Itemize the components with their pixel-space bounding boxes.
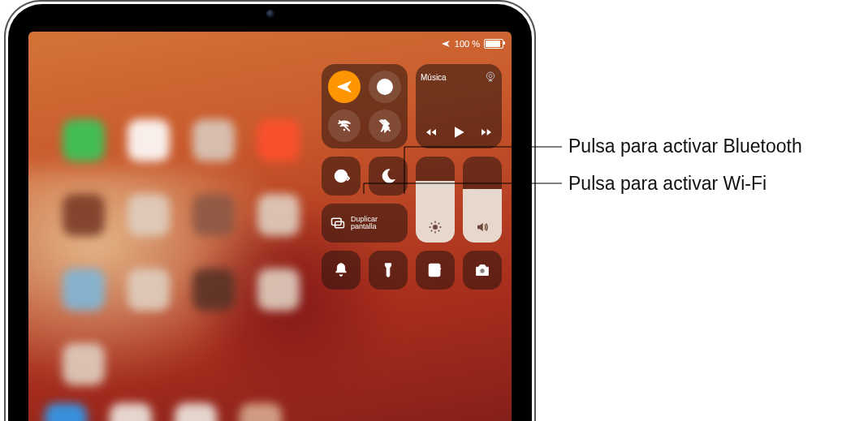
next-track-button[interactable]	[480, 126, 493, 139]
airdrop-button[interactable]	[369, 71, 401, 103]
flashlight-button[interactable]	[369, 251, 408, 290]
svg-point-7	[486, 72, 494, 79]
blurred-dock-icon	[45, 403, 87, 421]
blurred-dock-icon	[240, 403, 282, 421]
previous-track-button[interactable]	[425, 126, 438, 139]
svg-point-10	[433, 225, 438, 230]
svg-rect-9	[339, 174, 343, 178]
status-bar: 100 %	[441, 37, 503, 51]
sun-icon	[428, 220, 443, 234]
svg-point-22	[480, 268, 485, 273]
control-center: Música	[322, 64, 499, 290]
svg-point-6	[489, 75, 492, 78]
blurred-dock-icon	[175, 403, 217, 421]
notes-button[interactable]	[416, 251, 455, 290]
airplane-mode-button[interactable]	[328, 71, 361, 103]
blurred-app-icon	[192, 268, 235, 311]
camera-button[interactable]	[463, 251, 502, 290]
ipad-inner-bezel: 100 %	[8, 4, 532, 421]
ipad-frame: 100 %	[4, 0, 536, 421]
speaker-icon	[475, 220, 490, 234]
screen-mirroring-button[interactable]: Duplicar pantalla	[322, 204, 408, 243]
compose-icon	[426, 261, 444, 279]
music-source-label: Música	[421, 73, 447, 82]
bell-icon	[332, 261, 350, 279]
airplane-icon	[441, 39, 451, 49]
blurred-app-icon	[257, 119, 300, 161]
blurred-dock-icon	[110, 403, 152, 421]
blurred-app-icon	[127, 268, 170, 311]
callout-wifi: Pulsa para activar Wi-Fi	[568, 173, 767, 195]
blurred-app-icon	[63, 343, 105, 385]
wifi-button[interactable]	[328, 110, 361, 142]
screen-mirroring-icon	[330, 215, 346, 231]
svg-line-16	[438, 230, 440, 232]
blurred-app-icon	[63, 268, 105, 311]
moon-icon	[379, 167, 397, 185]
volume-slider[interactable]	[463, 157, 502, 243]
bluetooth-button[interactable]	[369, 110, 401, 142]
flashlight-icon	[379, 261, 397, 279]
bluetooth-off-icon	[377, 118, 393, 134]
svg-line-17	[438, 223, 440, 225]
battery-percent: 100 %	[455, 39, 480, 49]
front-camera	[266, 10, 274, 18]
play-button[interactable]	[451, 124, 467, 140]
blurred-app-icon	[192, 119, 235, 161]
blurred-app-icon	[63, 194, 105, 236]
do-not-disturb-button[interactable]	[369, 157, 408, 195]
rotation-lock-icon	[332, 167, 350, 185]
blurred-app-icon	[257, 194, 300, 236]
screen-mirroring-label: Duplicar pantalla	[351, 216, 399, 231]
svg-line-15	[431, 223, 433, 225]
callout-bluetooth: Pulsa para activar Bluetooth	[568, 135, 802, 157]
airdrop-icon	[377, 79, 393, 95]
connectivity-tile[interactable]	[322, 64, 408, 148]
svg-point-2	[378, 79, 392, 94]
brightness-slider[interactable]	[416, 157, 455, 243]
blurred-app-icon	[127, 194, 170, 236]
battery-icon	[484, 39, 503, 49]
camera-icon	[473, 261, 491, 279]
blurred-app-icon	[63, 119, 105, 161]
svg-point-3	[343, 129, 346, 131]
svg-line-18	[431, 230, 433, 232]
silent-mode-button[interactable]	[322, 251, 361, 290]
airplay-audio-icon[interactable]	[484, 71, 497, 84]
blurred-app-icon	[127, 119, 170, 161]
blurred-app-icon	[257, 268, 300, 311]
now-playing-tile[interactable]: Música	[416, 64, 502, 148]
volume-fill	[463, 189, 502, 243]
blurred-app-icon	[192, 194, 235, 236]
ipad-screen: 100 %	[28, 32, 512, 421]
airplane-icon	[336, 79, 352, 95]
wifi-off-icon	[336, 118, 352, 134]
rotation-lock-button[interactable]	[322, 157, 361, 195]
